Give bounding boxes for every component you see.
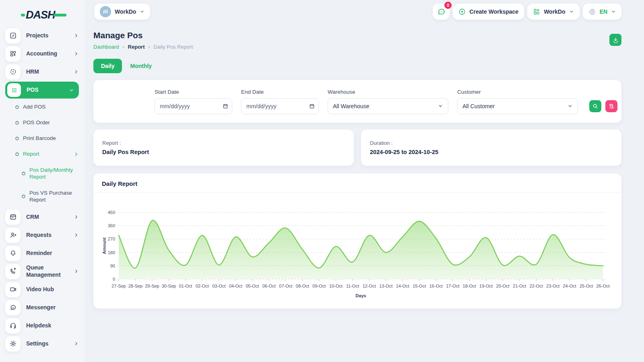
svg-text:12-Oct: 12-Oct	[363, 284, 376, 288]
messages-button[interactable]: 0	[433, 4, 450, 20]
sidebar-item-settings[interactable]: Settings	[0, 335, 85, 353]
plus-circle-icon	[458, 8, 466, 15]
sidebar-item-crm[interactable]: CRM	[0, 208, 85, 226]
warehouse-select[interactable]: All Warehouse	[328, 98, 448, 114]
sidebar-item-label: Helpdesk	[26, 322, 79, 329]
sidebar-item-pos[interactable]: POS	[5, 82, 79, 99]
svg-text:0: 0	[113, 277, 115, 282]
sidebar-item-label: POS	[27, 86, 69, 94]
svg-text:26-Oct: 26-Oct	[596, 284, 609, 288]
breadcrumb-report[interactable]: Report	[128, 44, 145, 50]
brand-logo[interactable]: DASH	[0, 6, 85, 24]
workspace-selector[interactable]: WorkDo	[94, 4, 150, 20]
sidebar-item-video-hub[interactable]: Video Hub	[0, 280, 85, 298]
svg-text:450: 450	[108, 210, 115, 215]
search-button[interactable]	[589, 100, 601, 112]
create-workspace-button[interactable]: Create Workspace	[453, 4, 524, 20]
start-date-label: Start Date	[155, 89, 232, 95]
sidebar-item-accounting[interactable]: Accounting	[0, 45, 85, 63]
gear-icon	[5, 336, 21, 352]
chevron-right-icon	[74, 69, 79, 74]
svg-text:25-Oct: 25-Oct	[580, 284, 593, 288]
chevron-right-icon	[74, 232, 79, 238]
svg-text:360: 360	[108, 223, 115, 228]
chevron-down-icon	[140, 9, 144, 14]
workspace-avatar	[100, 6, 111, 17]
reset-filter-button[interactable]	[605, 100, 617, 112]
report-label: Report :	[102, 140, 345, 146]
sidebar-item-reminder[interactable]: Reminder	[0, 244, 85, 262]
sidebar-item-pos-vs-purchase-report[interactable]: Pos VS Purchase Report	[0, 185, 85, 208]
duration-summary-card: Duration : 2024-09-25 to 2024-10-25	[361, 130, 621, 166]
report-summary-card: Report : Daily Pos Report	[93, 130, 354, 166]
svg-text:08-Oct: 08-Oct	[296, 284, 309, 288]
svg-text:24-Oct: 24-Oct	[563, 284, 576, 288]
video-camera-icon	[5, 282, 21, 297]
tab-monthly[interactable]: Monthly	[128, 59, 154, 73]
globe-icon	[588, 8, 596, 16]
svg-text:28-Sep: 28-Sep	[128, 284, 142, 288]
breadcrumb-separator-icon: ›	[149, 44, 150, 50]
sidebar-item-hrm[interactable]: HRM	[0, 63, 85, 81]
logo-text: DASH	[26, 9, 55, 21]
svg-text:Days: Days	[355, 293, 366, 298]
sidebar-item-add-pos[interactable]: Add POS	[0, 99, 85, 115]
sidebar-item-helpdesk[interactable]: Helpdesk	[0, 317, 85, 335]
svg-text:10-Oct: 10-Oct	[329, 284, 343, 288]
svg-text:23-Oct: 23-Oct	[546, 284, 559, 288]
bell-icon	[5, 246, 21, 261]
clear-filter-icon	[609, 103, 614, 109]
sidebar-item-projects[interactable]: Projects	[0, 27, 85, 45]
sidebar-item-print-barcode[interactable]: Print Barcode	[0, 131, 85, 146]
sidebar-item-queue-management[interactable]: Queue Management	[0, 262, 85, 280]
headset-icon	[5, 318, 21, 333]
tab-daily[interactable]: Daily	[93, 59, 122, 73]
sidebar-item-label: Accounting	[26, 50, 74, 58]
page-title: Manage Pos	[93, 31, 193, 40]
report-value: Daily Pos Report	[102, 149, 345, 155]
grid-squares-icon	[533, 8, 540, 15]
messages-badge: 0	[444, 2, 452, 9]
bullet-icon	[22, 172, 25, 175]
bullet-icon	[22, 195, 25, 198]
sidebar-item-report[interactable]: Report	[0, 146, 85, 162]
chevron-right-icon	[74, 269, 79, 274]
report-period-tabs: Daily Monthly	[93, 59, 621, 73]
chevron-down-icon	[569, 9, 574, 14]
sidebar-item-messenger[interactable]: Messenger	[0, 298, 85, 317]
user-plus-icon	[5, 228, 21, 243]
filter-card: Start Date End Date Warehous	[93, 80, 621, 123]
create-workspace-label: Create Workspace	[469, 8, 518, 15]
start-date-input[interactable]	[155, 98, 232, 114]
bullet-icon	[15, 105, 19, 109]
download-button[interactable]	[609, 34, 621, 46]
language-selector[interactable]: EN	[583, 4, 621, 20]
svg-text:18-Oct: 18-Oct	[463, 284, 476, 288]
sidebar-item-label: Queue Management	[26, 264, 74, 278]
sidebar-item-pos-daily-monthly-report[interactable]: Pos Daily/Monthly Report	[0, 162, 85, 185]
sidebar-item-pos-order[interactable]: POS Order	[0, 115, 85, 131]
duration-label: Duration :	[370, 140, 613, 146]
customer-value: All Customer	[462, 103, 495, 109]
sidebar-item-label: Pos VS Purchase Report	[29, 190, 78, 204]
chevron-down-icon	[69, 88, 74, 93]
svg-text:22-Oct: 22-Oct	[530, 284, 543, 288]
breadcrumb: Dashboard › Report › Daily Pos Report	[93, 44, 193, 50]
breadcrumb-dashboard[interactable]: Dashboard	[93, 44, 119, 50]
svg-text:02-Oct: 02-Oct	[196, 284, 209, 288]
svg-text:15-Oct: 15-Oct	[413, 284, 426, 288]
sidebar-item-label: Report	[23, 151, 74, 158]
end-date-input[interactable]	[241, 98, 319, 114]
grid-plus-icon	[5, 46, 21, 62]
svg-text:30-Sep: 30-Sep	[162, 284, 176, 288]
download-icon	[613, 37, 619, 43]
sidebar-nav: ProjectsAccountingHRMPOSAdd POSPOS Order…	[0, 27, 85, 353]
sidebar-item-label: Settings	[26, 340, 74, 348]
svg-text:180: 180	[108, 250, 115, 255]
sidebar-item-requests[interactable]: Requests	[0, 226, 85, 244]
workdo-menu[interactable]: WorkDo	[527, 4, 579, 20]
bullet-icon	[15, 121, 19, 125]
daily-report-card: Daily Report 09018027036045027-Sep28-Sep…	[93, 173, 621, 309]
customer-select[interactable]: All Customer	[457, 98, 578, 114]
sidebar-item-label: POS Order	[23, 119, 79, 126]
